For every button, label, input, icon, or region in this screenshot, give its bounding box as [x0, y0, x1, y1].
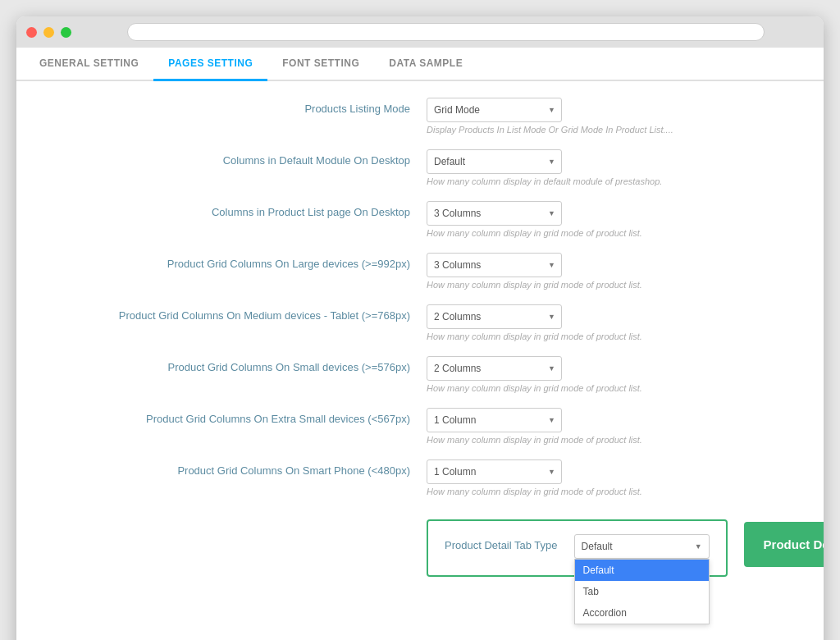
product-detail-tab-section: Product Detail Tab Type Default Default … — [427, 519, 728, 577]
control-grid-small: 2 Columns 1 Column 3 Columns How many co… — [427, 356, 791, 393]
tabs-navigation: GENERAL SETTING PAGES SETTING FONT SETTI… — [16, 48, 824, 81]
bottom-row: Product Detail Tab Type Default Default … — [49, 511, 791, 577]
select-wrapper-grid-xsmall: 1 Column 2 Columns — [427, 408, 562, 432]
product-detail-tab-button[interactable]: Product Detail tab — [744, 522, 824, 567]
address-bar[interactable] — [127, 23, 765, 41]
control-products-listing-mode: Grid Mode List Mode Display Products In … — [427, 98, 791, 135]
select-listing-mode[interactable]: Grid Mode List Mode — [427, 98, 562, 122]
maximize-dot[interactable] — [61, 27, 71, 38]
hint-columns-default-module: How many column display in default modul… — [427, 176, 791, 186]
row-grid-large: Product Grid Columns On Large devices (>… — [49, 253, 791, 290]
control-grid-smartphone: 1 Column 2 Columns How many column displ… — [427, 459, 791, 496]
control-product-detail-tab: Default Default Tab Accordion — [574, 534, 710, 559]
select-wrapper-grid-small: 2 Columns 1 Column 3 Columns — [427, 356, 562, 381]
label-grid-smartphone: Product Grid Columns On Smart Phone (<48… — [49, 459, 427, 477]
label-grid-small: Product Grid Columns On Small devices (>… — [49, 356, 427, 373]
row-columns-product-list: Columns in Product List page On Desktop … — [49, 201, 791, 238]
control-grid-large: 3 Columns 2 Columns 4 Columns How many c… — [427, 253, 791, 290]
control-columns-product-list: 3 Columns 2 Columns 4 Columns How many c… — [427, 201, 791, 238]
row-grid-small: Product Grid Columns On Small devices (>… — [49, 356, 791, 393]
hint-grid-xsmall: How many column display in grid mode of … — [427, 435, 791, 445]
row-grid-smartphone: Product Grid Columns On Smart Phone (<48… — [49, 459, 791, 496]
tab-font-setting[interactable]: FONT SETTING — [267, 48, 374, 81]
control-columns-default-module: Default 2 Columns 3 Columns 4 Columns Ho… — [427, 149, 791, 186]
main-window: GENERAL SETTING PAGES SETTING FONT SETTI… — [16, 16, 824, 640]
tab-pages-setting[interactable]: PAGES SETTING — [153, 48, 267, 81]
page-content: GENERAL SETTING PAGES SETTING FONT SETTI… — [16, 48, 824, 640]
select-grid-small[interactable]: 2 Columns 1 Column 3 Columns — [427, 356, 562, 381]
option-tab[interactable]: Tab — [575, 581, 709, 602]
dropdown-trigger-tab-type[interactable]: Default — [574, 534, 710, 559]
dropdown-menu-tab-type: Default Tab Accordion — [574, 559, 710, 624]
tab-general-setting[interactable]: GENERAL SETTING — [25, 48, 153, 81]
hint-grid-small: How many column display in grid mode of … — [427, 383, 791, 393]
label-grid-large: Product Grid Columns On Large devices (>… — [49, 253, 427, 270]
hint-grid-medium: How many column display in grid mode of … — [427, 331, 791, 341]
select-wrapper-columns-list: 3 Columns 2 Columns 4 Columns — [427, 201, 562, 226]
control-grid-xsmall: 1 Column 2 Columns How many column displ… — [427, 408, 791, 445]
close-dot[interactable] — [26, 27, 37, 38]
label-products-listing-mode: Products Listing Mode — [49, 98, 427, 115]
bottom-right-section: Product Detail Tab Type Default Default … — [427, 511, 824, 577]
label-product-detail-tab: Product Detail Tab Type — [445, 534, 558, 551]
hint-grid-smartphone: How many column display in grid mode of … — [427, 487, 791, 496]
tab-data-sample[interactable]: DATA SAMPLE — [374, 48, 477, 81]
label-columns-product-list: Columns in Product List page On Desktop — [49, 201, 427, 218]
select-wrapper-listing-mode: Grid Mode List Mode — [427, 98, 562, 122]
select-grid-smartphone[interactable]: 1 Column 2 Columns — [427, 459, 562, 484]
hint-products-listing-mode: Display Products In List Mode Or Grid Mo… — [427, 125, 791, 135]
row-grid-medium: Product Grid Columns On Medium devices -… — [49, 304, 791, 341]
hint-columns-product-list: How many column display in grid mode of … — [427, 228, 791, 238]
option-accordion[interactable]: Accordion — [575, 602, 709, 624]
select-grid-large[interactable]: 3 Columns 2 Columns 4 Columns — [427, 253, 562, 277]
row-grid-xsmall: Product Grid Columns On Extra Small devi… — [49, 408, 791, 445]
dropdown-product-detail-tab: Default Default Tab Accordion — [574, 534, 710, 559]
hint-grid-large: How many column display in grid mode of … — [427, 280, 791, 290]
select-columns-list[interactable]: 3 Columns 2 Columns 4 Columns — [427, 201, 562, 226]
select-wrapper-grid-smartphone: 1 Column 2 Columns — [427, 459, 562, 484]
select-wrapper-columns-default: Default 2 Columns 3 Columns 4 Columns — [427, 149, 562, 174]
label-grid-xsmall: Product Grid Columns On Extra Small devi… — [49, 408, 427, 425]
titlebar — [16, 16, 824, 48]
row-products-listing-mode: Products Listing Mode Grid Mode List Mod… — [49, 98, 791, 135]
row-columns-default-module: Columns in Default Module On Desktop Def… — [49, 149, 791, 186]
select-wrapper-grid-large: 3 Columns 2 Columns 4 Columns — [427, 253, 562, 277]
label-grid-medium: Product Grid Columns On Medium devices -… — [49, 304, 427, 322]
select-wrapper-grid-medium: 2 Columns 3 Columns 1 Column — [427, 304, 562, 329]
minimize-dot[interactable] — [43, 27, 54, 38]
label-columns-default-module: Columns in Default Module On Desktop — [49, 149, 427, 167]
option-default[interactable]: Default — [575, 560, 709, 581]
select-grid-xsmall[interactable]: 1 Column 2 Columns — [427, 408, 562, 432]
control-grid-medium: 2 Columns 3 Columns 1 Column How many co… — [427, 304, 791, 341]
settings-area: Products Listing Mode Grid Mode List Mod… — [16, 81, 824, 610]
select-columns-default[interactable]: Default 2 Columns 3 Columns 4 Columns — [427, 149, 562, 174]
select-grid-medium[interactable]: 2 Columns 3 Columns 1 Column — [427, 304, 562, 329]
dropdown-current-value: Default — [582, 541, 613, 552]
